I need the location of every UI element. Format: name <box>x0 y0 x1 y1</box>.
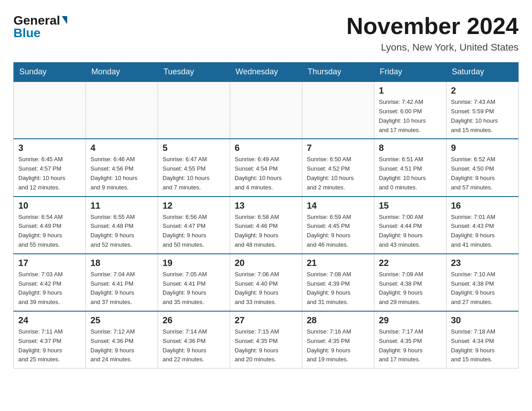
day-number: 29 <box>379 315 442 325</box>
calendar-cell: 15Sunrise: 7:00 AMSunset: 4:44 PMDayligh… <box>374 197 446 254</box>
day-info: Sunrise: 7:09 AMSunset: 4:38 PMDaylight:… <box>379 270 442 307</box>
day-info: Sunrise: 7:16 AMSunset: 4:35 PMDaylight:… <box>307 327 369 364</box>
day-info: Sunrise: 7:15 AMSunset: 4:35 PMDaylight:… <box>235 327 297 364</box>
calendar-cell <box>86 81 158 139</box>
day-info: Sunrise: 7:42 AMSunset: 6:00 PMDaylight:… <box>379 98 442 135</box>
day-info: Sunrise: 7:06 AMSunset: 4:40 PMDaylight:… <box>235 270 297 307</box>
calendar-cell: 21Sunrise: 7:08 AMSunset: 4:39 PMDayligh… <box>302 254 374 311</box>
calendar-cell: 6Sunrise: 6:49 AMSunset: 4:54 PMDaylight… <box>230 139 302 196</box>
day-info: Sunrise: 6:47 AMSunset: 4:55 PMDaylight:… <box>163 155 225 192</box>
calendar-cell: 18Sunrise: 7:04 AMSunset: 4:41 PMDayligh… <box>86 254 158 311</box>
day-number: 20 <box>235 258 297 268</box>
day-info: Sunrise: 7:03 AMSunset: 4:42 PMDaylight:… <box>18 270 81 307</box>
day-info: Sunrise: 7:14 AMSunset: 4:36 PMDaylight:… <box>163 327 225 364</box>
day-number: 7 <box>307 143 369 153</box>
day-info: Sunrise: 6:52 AMSunset: 4:50 PMDaylight:… <box>451 155 514 192</box>
day-number: 4 <box>90 143 153 153</box>
day-number: 26 <box>163 315 225 325</box>
calendar-cell: 20Sunrise: 7:06 AMSunset: 4:40 PMDayligh… <box>230 254 302 311</box>
calendar-cell: 5Sunrise: 6:47 AMSunset: 4:55 PMDaylight… <box>158 139 230 196</box>
day-number: 5 <box>163 143 225 153</box>
calendar-cell: 14Sunrise: 6:59 AMSunset: 4:45 PMDayligh… <box>302 197 374 254</box>
day-number: 9 <box>451 143 514 153</box>
calendar-day-header-sunday: Sunday <box>14 63 86 82</box>
day-number: 24 <box>18 315 81 325</box>
day-number: 23 <box>451 258 514 268</box>
calendar-cell: 24Sunrise: 7:11 AMSunset: 4:37 PMDayligh… <box>14 311 86 368</box>
day-number: 6 <box>235 143 297 153</box>
day-info: Sunrise: 6:50 AMSunset: 4:52 PMDaylight:… <box>307 155 369 192</box>
day-info: Sunrise: 7:10 AMSunset: 4:38 PMDaylight:… <box>451 270 514 307</box>
day-info: Sunrise: 7:05 AMSunset: 4:41 PMDaylight:… <box>163 270 225 307</box>
day-info: Sunrise: 7:18 AMSunset: 4:34 PMDaylight:… <box>451 327 514 364</box>
day-number: 17 <box>18 258 81 268</box>
calendar-cell <box>158 81 230 139</box>
day-number: 10 <box>18 201 81 211</box>
calendar-cell: 4Sunrise: 6:46 AMSunset: 4:56 PMDaylight… <box>86 139 158 196</box>
day-info: Sunrise: 7:00 AMSunset: 4:44 PMDaylight:… <box>379 213 442 250</box>
page-header: General Blue November 2024 Lyons, New Yo… <box>13 13 519 53</box>
day-number: 1 <box>379 86 442 96</box>
day-number: 11 <box>90 201 153 211</box>
day-number: 16 <box>451 201 514 211</box>
calendar-cell <box>302 81 374 139</box>
calendar-cell: 11Sunrise: 6:55 AMSunset: 4:48 PMDayligh… <box>86 197 158 254</box>
day-number: 19 <box>163 258 225 268</box>
day-info: Sunrise: 6:54 AMSunset: 4:49 PMDaylight:… <box>18 213 81 250</box>
calendar-week-row: 1Sunrise: 7:42 AMSunset: 6:00 PMDaylight… <box>14 81 519 139</box>
month-title: November 2024 <box>347 13 519 39</box>
day-info: Sunrise: 6:45 AMSunset: 4:57 PMDaylight:… <box>18 155 81 192</box>
day-info: Sunrise: 6:56 AMSunset: 4:47 PMDaylight:… <box>163 213 225 250</box>
calendar-cell: 16Sunrise: 7:01 AMSunset: 4:43 PMDayligh… <box>446 197 519 254</box>
location-text: Lyons, New York, United States <box>347 42 519 53</box>
day-info: Sunrise: 7:17 AMSunset: 4:35 PMDaylight:… <box>379 327 442 364</box>
day-number: 12 <box>163 201 225 211</box>
day-number: 22 <box>379 258 442 268</box>
day-number: 18 <box>90 258 153 268</box>
day-number: 13 <box>235 201 297 211</box>
calendar-cell: 13Sunrise: 6:58 AMSunset: 4:46 PMDayligh… <box>230 197 302 254</box>
calendar-cell: 7Sunrise: 6:50 AMSunset: 4:52 PMDaylight… <box>302 139 374 196</box>
calendar-day-header-saturday: Saturday <box>446 63 519 82</box>
day-info: Sunrise: 7:08 AMSunset: 4:39 PMDaylight:… <box>307 270 369 307</box>
calendar-header-row: SundayMondayTuesdayWednesdayThursdayFrid… <box>14 63 519 82</box>
calendar-cell: 22Sunrise: 7:09 AMSunset: 4:38 PMDayligh… <box>374 254 446 311</box>
day-info: Sunrise: 6:46 AMSunset: 4:56 PMDaylight:… <box>90 155 153 192</box>
calendar-day-header-wednesday: Wednesday <box>230 63 302 82</box>
day-number: 27 <box>235 315 297 325</box>
calendar-cell: 25Sunrise: 7:12 AMSunset: 4:36 PMDayligh… <box>86 311 158 368</box>
day-info: Sunrise: 6:55 AMSunset: 4:48 PMDaylight:… <box>90 213 153 250</box>
day-number: 2 <box>451 86 514 96</box>
calendar-table: SundayMondayTuesdayWednesdayThursdayFrid… <box>13 62 519 368</box>
calendar-cell: 17Sunrise: 7:03 AMSunset: 4:42 PMDayligh… <box>14 254 86 311</box>
calendar-cell: 3Sunrise: 6:45 AMSunset: 4:57 PMDaylight… <box>14 139 86 196</box>
calendar-cell: 19Sunrise: 7:05 AMSunset: 4:41 PMDayligh… <box>158 254 230 311</box>
day-info: Sunrise: 6:49 AMSunset: 4:54 PMDaylight:… <box>235 155 297 192</box>
calendar-cell <box>14 81 86 139</box>
calendar-cell: 28Sunrise: 7:16 AMSunset: 4:35 PMDayligh… <box>302 311 374 368</box>
calendar-cell: 12Sunrise: 6:56 AMSunset: 4:47 PMDayligh… <box>158 197 230 254</box>
calendar-cell: 9Sunrise: 6:52 AMSunset: 4:50 PMDaylight… <box>446 139 519 196</box>
calendar-day-header-tuesday: Tuesday <box>158 63 230 82</box>
calendar-week-row: 17Sunrise: 7:03 AMSunset: 4:42 PMDayligh… <box>14 254 519 311</box>
calendar-week-row: 24Sunrise: 7:11 AMSunset: 4:37 PMDayligh… <box>14 311 519 368</box>
calendar-cell: 1Sunrise: 7:42 AMSunset: 6:00 PMDaylight… <box>374 81 446 139</box>
calendar-cell: 29Sunrise: 7:17 AMSunset: 4:35 PMDayligh… <box>374 311 446 368</box>
day-info: Sunrise: 6:58 AMSunset: 4:46 PMDaylight:… <box>235 213 297 250</box>
day-info: Sunrise: 7:12 AMSunset: 4:36 PMDaylight:… <box>90 327 153 364</box>
day-number: 3 <box>18 143 81 153</box>
logo-blue-text: Blue <box>13 26 41 40</box>
day-number: 21 <box>307 258 369 268</box>
calendar-cell: 2Sunrise: 7:43 AMSunset: 5:59 PMDaylight… <box>446 81 519 139</box>
day-number: 30 <box>451 315 514 325</box>
calendar-cell: 23Sunrise: 7:10 AMSunset: 4:38 PMDayligh… <box>446 254 519 311</box>
day-info: Sunrise: 6:59 AMSunset: 4:45 PMDaylight:… <box>307 213 369 250</box>
calendar-day-header-thursday: Thursday <box>302 63 374 82</box>
logo: General Blue <box>13 13 67 40</box>
calendar-cell: 27Sunrise: 7:15 AMSunset: 4:35 PMDayligh… <box>230 311 302 368</box>
day-number: 8 <box>379 143 442 153</box>
calendar-cell <box>230 81 302 139</box>
day-info: Sunrise: 6:51 AMSunset: 4:51 PMDaylight:… <box>379 155 442 192</box>
calendar-cell: 26Sunrise: 7:14 AMSunset: 4:36 PMDayligh… <box>158 311 230 368</box>
calendar-day-header-monday: Monday <box>86 63 158 82</box>
